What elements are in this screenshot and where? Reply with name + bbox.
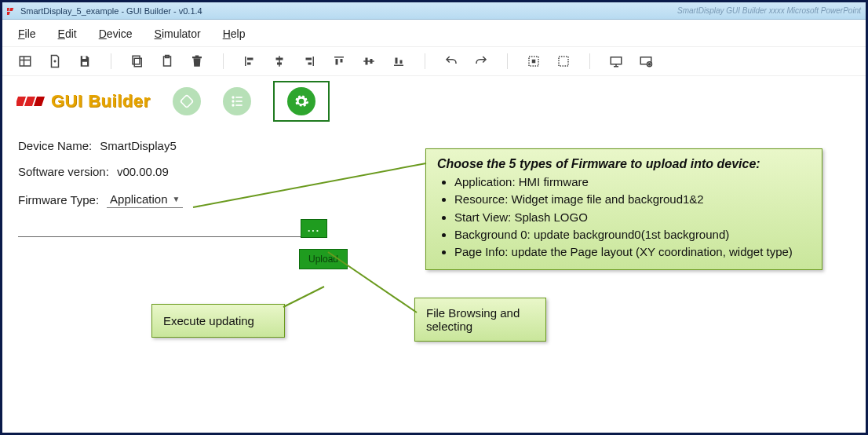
- display-settings-icon[interactable]: [639, 54, 653, 68]
- svg-rect-0: [7, 8, 9, 11]
- ghost-window-title: SmartDisplay GUI Builder xxxx Microsoft …: [677, 6, 861, 15]
- svg-line-52: [283, 287, 324, 307]
- redo-icon[interactable]: [474, 54, 488, 68]
- brand-mark-icon: [16, 92, 45, 111]
- align-top-icon[interactable]: [332, 54, 346, 68]
- svg-rect-21: [277, 63, 282, 65]
- svg-rect-26: [336, 59, 338, 65]
- separator: [223, 53, 224, 69]
- svg-rect-20: [276, 58, 283, 60]
- menu-help[interactable]: Help: [223, 27, 246, 40]
- undo-icon[interactable]: [444, 54, 458, 68]
- title-bar: SmartDisplay_5_example - GUI Builder - v…: [2, 2, 866, 20]
- svg-rect-2: [7, 12, 10, 15]
- align-left-icon[interactable]: [243, 54, 257, 68]
- svg-point-44: [232, 96, 234, 98]
- svg-rect-27: [341, 59, 343, 63]
- callout-item: Application: HMI firmware: [454, 174, 811, 190]
- menu-simulator[interactable]: Simulator: [155, 27, 201, 40]
- window-title: SmartDisplay_5_example - GUI Builder - v…: [20, 6, 202, 16]
- svg-rect-17: [247, 58, 253, 60]
- device-name-value: SmartDisplay5: [100, 139, 177, 152]
- svg-rect-25: [334, 57, 344, 58]
- svg-rect-33: [400, 60, 403, 64]
- svg-rect-30: [370, 59, 373, 64]
- browse-button[interactable]: ...: [301, 219, 327, 238]
- svg-rect-47: [235, 101, 242, 102]
- align-center-v-icon[interactable]: [362, 54, 376, 68]
- delete-icon[interactable]: [190, 54, 204, 68]
- menu-edit[interactable]: Edit: [58, 27, 77, 40]
- svg-rect-11: [133, 56, 140, 64]
- brand-text: GUI Builder: [51, 91, 151, 111]
- svg-rect-24: [308, 63, 312, 65]
- svg-rect-43: [180, 95, 192, 108]
- chevron-down-icon: ▼: [172, 195, 180, 203]
- callout-item: Page Info: update the Page layout (XY co…: [454, 244, 811, 260]
- svg-rect-32: [396, 58, 398, 64]
- svg-point-48: [232, 104, 234, 106]
- brand-row: GUI Builder: [2, 76, 866, 130]
- software-version-value: v00.00.09: [117, 165, 169, 178]
- paste-icon[interactable]: [160, 54, 174, 68]
- align-right-icon[interactable]: [302, 54, 316, 68]
- callout-item: Resource: Widget image file and backgrou…: [454, 192, 811, 207]
- svg-rect-31: [394, 65, 403, 67]
- svg-rect-19: [279, 56, 280, 67]
- file-path-input[interactable]: [18, 236, 301, 237]
- svg-rect-15: [195, 56, 199, 57]
- align-bottom-icon[interactable]: [392, 54, 406, 68]
- tab-list-icon[interactable]: [223, 87, 251, 115]
- tab-settings-active[interactable]: [273, 81, 330, 122]
- tab-design-icon[interactable]: [173, 87, 201, 115]
- display-icon[interactable]: [609, 54, 623, 68]
- toolbar: [2, 47, 866, 76]
- callout-browse: File Browsing and selecting: [414, 298, 546, 342]
- copy-icon[interactable]: [130, 54, 144, 68]
- callout-item: Start View: Splash LOGO: [454, 210, 811, 225]
- svg-rect-8: [82, 56, 86, 59]
- software-version-label: Software version:: [18, 165, 109, 178]
- callout-firmware-types: Choose the 5 types of Firmware to upload…: [425, 148, 822, 270]
- svg-rect-22: [313, 57, 315, 66]
- firmware-type-label: Firmware Type:: [18, 193, 99, 207]
- menu-device[interactable]: Device: [99, 27, 133, 40]
- svg-rect-29: [366, 58, 368, 65]
- svg-rect-49: [235, 104, 242, 106]
- gear-icon: [287, 87, 315, 115]
- svg-rect-14: [192, 57, 202, 58]
- separator: [589, 53, 590, 69]
- svg-rect-9: [82, 62, 87, 66]
- svg-rect-3: [20, 57, 31, 66]
- select-icon[interactable]: [527, 54, 541, 68]
- firmware-type-dropdown[interactable]: Application ▼: [107, 191, 183, 208]
- new-icon[interactable]: [18, 54, 32, 68]
- svg-rect-10: [134, 58, 141, 67]
- callout-item: Background 0: update background0(1st bac…: [454, 227, 811, 243]
- svg-point-46: [232, 100, 234, 102]
- firmware-type-value: Application: [110, 192, 167, 206]
- menu-file[interactable]: File: [18, 27, 36, 40]
- device-name-label: Device Name:: [18, 139, 92, 152]
- upload-button[interactable]: Upload: [299, 249, 348, 269]
- open-icon[interactable]: [48, 54, 62, 68]
- marquee-icon[interactable]: [556, 54, 571, 68]
- separator: [425, 53, 425, 69]
- svg-rect-1: [9, 8, 13, 11]
- callout-title: Choose the 5 types of Firmware to upload…: [437, 157, 811, 171]
- callout-execute: Execute updating: [151, 304, 285, 338]
- brand-logo: GUI Builder: [16, 91, 151, 111]
- separator: [111, 53, 111, 69]
- save-icon[interactable]: [78, 54, 92, 68]
- svg-rect-37: [611, 57, 622, 64]
- menu-bar: File Edit Device Simulator Help: [2, 20, 866, 47]
- svg-rect-28: [363, 60, 374, 62]
- separator: [507, 53, 508, 69]
- svg-rect-23: [306, 58, 312, 60]
- svg-rect-45: [235, 97, 242, 98]
- svg-rect-36: [559, 57, 568, 66]
- svg-rect-16: [245, 57, 246, 66]
- svg-point-42: [648, 64, 650, 65]
- svg-rect-35: [532, 60, 536, 64]
- align-center-h-icon[interactable]: [272, 54, 286, 68]
